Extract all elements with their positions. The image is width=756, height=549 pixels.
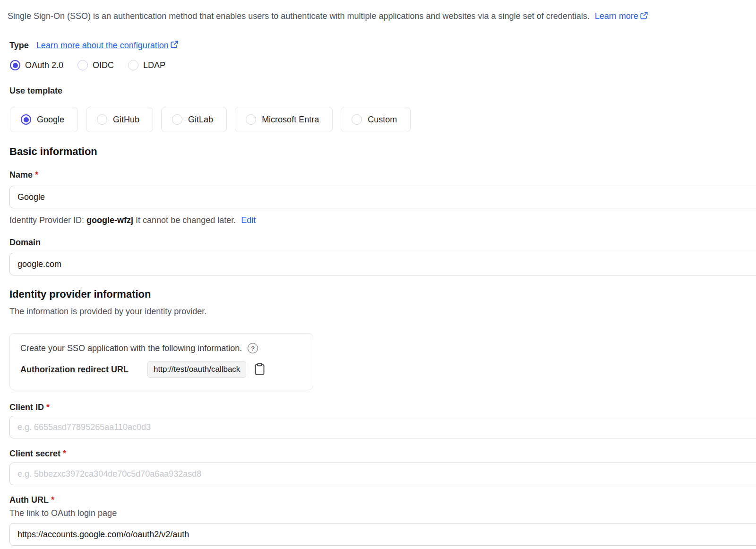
auth-url-input[interactable]	[9, 523, 756, 546]
template-card-custom[interactable]: Custom	[341, 107, 411, 132]
radio-indicator	[172, 114, 182, 125]
redirect-url-row: Authorization redirect URL http://test/o…	[20, 361, 302, 378]
idp-information-heading: Identity provider information	[9, 288, 151, 300]
name-label: Name*	[9, 170, 38, 180]
sso-settings-page: Single Sign-On (SSO) is an authenticatio…	[0, 0, 756, 549]
radio-indicator	[97, 114, 107, 125]
card-instruction-text: Create your SSO application with the fol…	[20, 343, 242, 353]
required-asterisk: *	[51, 495, 54, 505]
client-secret-label: Client secret*	[9, 449, 66, 459]
help-icon[interactable]: ?	[248, 343, 258, 353]
sso-description-text: Single Sign-On (SSO) is an authenticatio…	[8, 11, 590, 21]
learn-more-link[interactable]: Learn more	[595, 11, 648, 21]
name-input[interactable]	[9, 186, 756, 208]
radio-indicator	[352, 114, 362, 125]
external-link-icon	[170, 40, 179, 51]
template-card-google[interactable]: Google	[10, 107, 78, 132]
clipboard-icon	[253, 362, 266, 377]
external-link-icon	[640, 11, 648, 22]
template-card-microsoft-entra[interactable]: Microsoft Entra	[235, 107, 333, 132]
type-label: Type	[9, 41, 29, 51]
radio-ldap[interactable]: LDAP	[128, 60, 165, 70]
client-secret-input[interactable]	[9, 463, 756, 485]
domain-label: Domain	[9, 238, 41, 248]
required-asterisk: *	[35, 170, 38, 180]
identity-provider-id-helper: Identity Provider ID: google-wfzj It can…	[9, 215, 256, 225]
sso-description: Single Sign-On (SSO) is an authenticatio…	[8, 11, 648, 22]
required-asterisk: *	[63, 449, 66, 459]
radio-indicator	[77, 60, 88, 70]
edit-link[interactable]: Edit	[241, 215, 256, 225]
radio-oauth2[interactable]: OAuth 2.0	[10, 60, 63, 70]
domain-input[interactable]	[9, 253, 756, 275]
type-section-header: Type Learn more about the configuration	[9, 40, 179, 51]
radio-indicator	[246, 114, 256, 125]
radio-indicator	[21, 114, 31, 125]
sso-application-info-card: Create your SSO application with the fol…	[9, 333, 313, 390]
basic-information-heading: Basic information	[9, 146, 97, 158]
redirect-url-label: Authorization redirect URL	[20, 365, 129, 375]
template-radio-group: Google GitHub GitLab Microsoft Entra Cus…	[10, 107, 411, 132]
idp-information-subtitle: The information is provided by your iden…	[9, 307, 206, 317]
radio-oidc[interactable]: OIDC	[77, 60, 114, 70]
template-card-github[interactable]: GitHub	[86, 107, 153, 132]
card-instruction-row: Create your SSO application with the fol…	[20, 343, 302, 353]
use-template-label: Use template	[9, 86, 62, 96]
client-id-input[interactable]	[9, 416, 756, 438]
radio-indicator	[128, 60, 138, 70]
radio-indicator	[10, 60, 20, 70]
template-card-gitlab[interactable]: GitLab	[161, 107, 227, 132]
copy-button[interactable]	[253, 362, 266, 377]
required-asterisk: *	[46, 403, 50, 412]
auth-url-label: Auth URL*	[9, 495, 54, 505]
client-id-label: Client ID*	[9, 403, 50, 412]
configuration-link[interactable]: Learn more about the configuration	[36, 40, 179, 51]
identity-provider-id-value: google-wfzj	[86, 215, 133, 225]
auth-url-helper: The link to OAuth login page	[9, 508, 117, 518]
type-radio-group: OAuth 2.0 OIDC LDAP	[10, 60, 165, 70]
redirect-url-chip: http://test/oauth/callback	[147, 361, 246, 378]
